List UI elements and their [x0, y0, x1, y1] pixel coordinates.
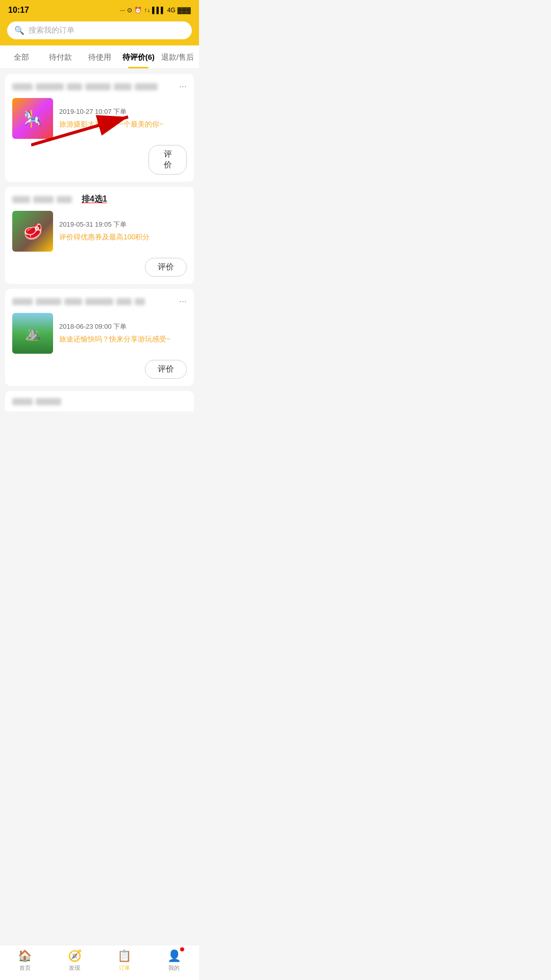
order-1-header-blurred	[12, 83, 175, 90]
blur-5	[114, 83, 132, 90]
blur-16	[12, 398, 33, 405]
order-1-title: 旅游摄影大赛就差一个最美的你~	[59, 119, 187, 130]
network-icon: ↑↓	[144, 7, 150, 14]
order-2-info: 2019-05-31 19:05 下单 评价得优惠券及最高100积分	[59, 211, 187, 252]
order-1-header: ···	[12, 81, 187, 92]
order-3-image: ⛰️	[12, 313, 53, 354]
order-2-header-label: 排4选1	[82, 194, 107, 205]
order-1-item: 🎠 2019-10-27 10:07 下单 旅游摄影大赛就差一个最美的你~	[12, 98, 187, 139]
blur-1	[12, 83, 33, 90]
order-2-image: 🥩	[12, 211, 53, 252]
blur-11	[36, 298, 61, 305]
blur-15	[135, 298, 145, 305]
blur-17	[36, 398, 61, 405]
order-2-date: 2019-05-31 19:05 下单	[59, 220, 187, 229]
order-card-1: ··· 🎠 2019-10-27 10:07 下单 旅游摄影大赛就差一个最美的你…	[5, 74, 194, 182]
tab-pending-pay[interactable]: 待付款	[41, 45, 80, 68]
alarm-icon: ⏰	[134, 7, 142, 14]
blur-14	[116, 298, 132, 305]
signal-icon: ▌▌▌	[152, 7, 165, 14]
blur-10	[12, 298, 33, 305]
status-bar: 10:17 ··· ⊙ ⏰ ↑↓ ▌▌▌ 4G ▓▓▓	[0, 0, 199, 18]
order-2-header: 排4选1	[12, 194, 187, 205]
blur-7	[12, 196, 30, 203]
order-1-date: 2019-10-27 10:07 下单	[59, 107, 187, 116]
order-1-info: 2019-10-27 10:07 下单 旅游摄影大赛就差一个最美的你~	[59, 98, 187, 139]
order-1-footer: 评价	[12, 145, 187, 175]
blur-3	[67, 83, 82, 90]
order-1-review-button[interactable]: 评价	[148, 145, 187, 175]
search-icon: 🔍	[14, 26, 24, 35]
search-bar-wrap: 🔍 搜索我的订单	[0, 18, 199, 45]
blur-6	[135, 83, 158, 90]
tab-pending-review[interactable]: 待评价(6)	[119, 45, 158, 68]
mountain-emoji: ⛰️	[24, 326, 41, 341]
battery-icon: ▓▓▓	[178, 7, 191, 14]
signal-dots-icon: ···	[120, 7, 125, 14]
blur-8	[33, 196, 54, 203]
order-2-footer: 评价	[12, 258, 187, 277]
4g-icon: 4G	[167, 7, 176, 14]
tab-refund[interactable]: 退款/售后	[158, 45, 197, 68]
order-3-title: 旅途还愉快吗？快来分享游玩感受~	[59, 334, 187, 345]
blur-13	[85, 298, 113, 305]
food-emoji: 🥩	[23, 223, 42, 240]
order-1-image: 🎠	[12, 98, 53, 139]
order-3-date: 2018-06-23 09:00 下单	[59, 322, 187, 331]
order-2-label-underline: 排4选1	[82, 194, 107, 203]
blur-9	[57, 196, 72, 203]
tab-pending-use[interactable]: 待使用	[80, 45, 119, 68]
blur-4	[85, 83, 111, 90]
order-3-review-button[interactable]: 评价	[145, 360, 187, 379]
order-2-header-blurred	[12, 196, 79, 203]
blur-12	[64, 298, 82, 305]
search-input-placeholder: 搜索我的订单	[29, 26, 74, 35]
gps-icon: ⊙	[127, 7, 132, 14]
arrow-container	[12, 145, 148, 175]
order-3-item: ⛰️ 2018-06-23 09:00 下单 旅途还愉快吗？快来分享游玩感受~	[12, 313, 187, 354]
order-3-info: 2018-06-23 09:00 下单 旅途还愉快吗？快来分享游玩感受~	[59, 313, 187, 354]
search-bar[interactable]: 🔍 搜索我的订单	[7, 21, 192, 39]
carousel-emoji: 🎠	[23, 110, 42, 128]
order-3-more-icon[interactable]: ···	[179, 296, 187, 307]
status-icons: ··· ⊙ ⏰ ↑↓ ▌▌▌ 4G ▓▓▓	[120, 7, 191, 14]
order-3-footer: 评价	[12, 360, 187, 379]
tabs-bar: 全部 待付款 待使用 待评价(6) 退款/售后	[0, 45, 199, 69]
order-3-header: ···	[12, 296, 187, 307]
order-card-4-partial	[5, 391, 194, 411]
order-2-title: 评价得优惠券及最高100积分	[59, 232, 187, 242]
order-3-header-blurred	[12, 298, 175, 305]
order-2-review-button[interactable]: 评价	[145, 258, 187, 277]
blur-2	[36, 83, 64, 90]
order-2-item: 🥩 2019-05-31 19:05 下单 评价得优惠券及最高100积分	[12, 211, 187, 252]
order-card-2: 排4选1 🥩 2019-05-31 19:05 下单 评价得优惠券及最高100积…	[5, 187, 194, 284]
status-time: 10:17	[8, 6, 29, 15]
order-1-more-icon[interactable]: ···	[179, 81, 187, 92]
order-card-3: ··· ⛰️ 2018-06-23 09:00 下单 旅途还愉快吗？快来分享游玩…	[5, 289, 194, 386]
tab-all[interactable]: 全部	[2, 45, 41, 68]
order-4-header-blurred	[12, 398, 187, 405]
orders-list: ··· 🎠 2019-10-27 10:07 下单 旅游摄影大赛就差一个最美的你…	[0, 69, 199, 416]
